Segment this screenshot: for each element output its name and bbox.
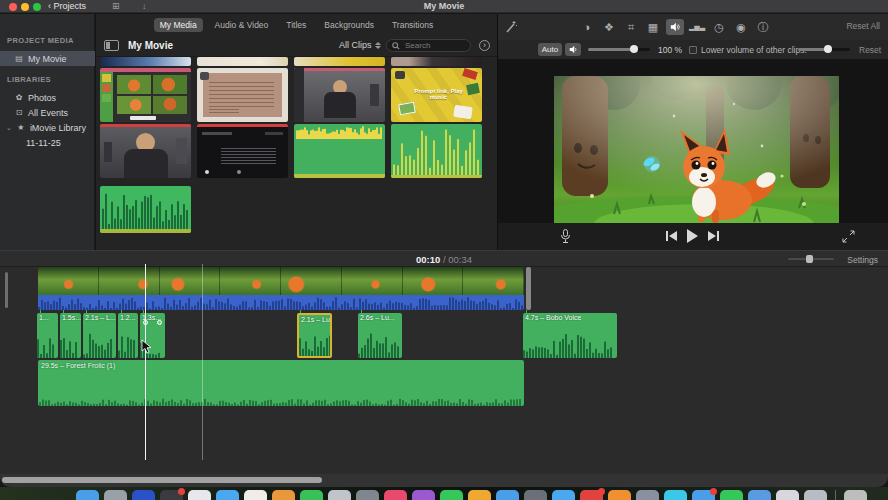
timeline-vertical-scrollbar[interactable]: [5, 272, 8, 308]
audio-clip-1-2[interactable]: 1.2...: [118, 313, 138, 358]
clip-sliver-cream[interactable]: [197, 57, 288, 66]
filmstrip-frame: [281, 267, 342, 295]
dock-icon-25[interactable]: [748, 490, 771, 500]
previous-frame-button[interactable]: [666, 231, 677, 241]
dock-icon-15[interactable]: [468, 490, 491, 500]
dock-icon-19[interactable]: [580, 490, 603, 500]
ducking-slider[interactable]: [798, 48, 850, 51]
search-input[interactable]: [403, 40, 465, 51]
sidebar-item-imovie-library[interactable]: ⌄★iMovie Library: [0, 120, 95, 135]
video-clip-filmstrip[interactable]: [38, 267, 524, 295]
clip-webcam-wide[interactable]: [294, 68, 385, 122]
music-clip-forest-frolic[interactable]: 29.5s – Forest Frolic (1): [38, 360, 524, 406]
reset-all-button[interactable]: Reset All: [846, 21, 880, 31]
dock-icon-3[interactable]: [132, 490, 155, 500]
hide-browser-icon[interactable]: ›: [479, 40, 490, 51]
filmstrip-frame: [160, 267, 221, 295]
auto-volume-button[interactable]: Auto: [538, 43, 562, 56]
clip-filter-icon[interactable]: ◉: [732, 19, 750, 35]
audio-clip-4-7s-bobo-voice[interactable]: 4.7s – Bobo Voice: [523, 313, 617, 358]
color-correction-icon[interactable]: ❖: [600, 19, 618, 35]
video-clip-audio-waveform[interactable]: [38, 295, 524, 310]
enhance-wand-icon[interactable]: [504, 19, 518, 35]
clip-trim-handle[interactable]: [526, 267, 531, 310]
dock-icon-2[interactable]: [104, 490, 127, 500]
clip-sliver-blue[interactable]: [100, 57, 191, 66]
dock-icon-14[interactable]: [440, 490, 463, 500]
dock-icon-18[interactable]: [552, 490, 575, 500]
dock-icon-13[interactable]: [412, 490, 435, 500]
clip-audio-yellow[interactable]: [294, 124, 385, 178]
audio-clip-2-1s-lu[interactable]: 2.1s – Lu...: [297, 313, 332, 358]
dock-icon-24[interactable]: [720, 490, 743, 500]
dock-icon-27[interactable]: [804, 490, 827, 500]
clip-sliver-dark[interactable]: [391, 57, 482, 66]
volume-icon[interactable]: [666, 19, 684, 35]
playhead[interactable]: [145, 264, 146, 460]
sidebar-item-11-11-25[interactable]: 11-11-25: [0, 135, 95, 150]
tab-my-media[interactable]: My Media: [154, 18, 203, 32]
audio-clip-2-1s-l[interactable]: 2.1s – L...: [83, 313, 116, 358]
crop-icon[interactable]: ⌗: [622, 19, 640, 35]
sidebar-toggle-icon[interactable]: [104, 40, 119, 51]
all-clips-filter[interactable]: All Clips: [339, 40, 381, 50]
reset-button[interactable]: Reset: [859, 45, 881, 55]
info-icon[interactable]: ⓘ: [754, 19, 772, 35]
dock-icon-11[interactable]: [356, 490, 379, 500]
dock-icon-trash[interactable]: [844, 490, 867, 500]
timeline-zoom-slider[interactable]: [788, 258, 834, 260]
color-balance-icon[interactable]: ◑: [578, 19, 596, 35]
dock-icon-22[interactable]: [664, 490, 687, 500]
dock-icon-1[interactable]: [76, 490, 99, 500]
audio-clip-2-6s-lu[interactable]: 2.6s – Lu...: [358, 313, 402, 358]
clip-fox-grid[interactable]: [100, 68, 191, 122]
clip-audio-green[interactable]: [100, 186, 191, 233]
clip-document[interactable]: [197, 68, 288, 122]
tab-audio-video[interactable]: Audio & Video: [209, 18, 275, 32]
mute-button[interactable]: [565, 43, 581, 56]
timeline-horizontal-scrollbar[interactable]: [0, 474, 888, 487]
lower-volume-checkbox[interactable]: [689, 46, 697, 54]
dock-icon-20[interactable]: [608, 490, 631, 500]
dock-icon-12[interactable]: [384, 490, 407, 500]
sidebar-item-photos[interactable]: ✿Photos: [0, 90, 95, 105]
dock-icon-4[interactable]: [160, 490, 183, 500]
notification-badge: [710, 488, 717, 495]
dock-icon-6[interactable]: [216, 490, 239, 500]
scrollbar-thumb[interactable]: [2, 477, 322, 483]
volume-slider[interactable]: [588, 48, 650, 51]
speed-icon[interactable]: ◷: [710, 19, 728, 35]
dock-icon-8[interactable]: [272, 490, 295, 500]
fullscreen-icon[interactable]: [842, 230, 855, 243]
audio-clip-1-5s[interactable]: 1.5s...: [60, 313, 81, 358]
tab-backgrounds[interactable]: Backgrounds: [318, 18, 380, 32]
clip-yellow-card[interactable]: Prompt link, Play music: [391, 68, 482, 122]
next-frame-button[interactable]: [708, 231, 719, 241]
dock-icon-7[interactable]: [244, 490, 267, 500]
audio-clip-1[interactable]: 1...: [37, 313, 58, 358]
clip-sliver-yellow[interactable]: [294, 57, 385, 66]
clip-webcam-close[interactable]: [100, 124, 191, 178]
dock-icon-23[interactable]: [692, 490, 715, 500]
dock-icon-5[interactable]: [188, 490, 211, 500]
timeline-settings-button[interactable]: Settings: [847, 255, 878, 265]
search-field[interactable]: [386, 39, 471, 52]
clip-audio-spikes[interactable]: [391, 124, 482, 178]
notification-badge: [598, 488, 605, 495]
tab-transitions[interactable]: Transitions: [386, 18, 439, 32]
dock-icon-21[interactable]: [636, 490, 659, 500]
dock-icon-9[interactable]: [300, 490, 323, 500]
clip-terminal[interactable]: [197, 124, 288, 178]
sidebar-item-my-movie[interactable]: ▤My Movie: [0, 51, 95, 66]
sidebar-item-all-events[interactable]: ⊡All Events: [0, 105, 95, 120]
stabilization-icon[interactable]: ▦: [644, 19, 662, 35]
dock-icon-17[interactable]: [524, 490, 547, 500]
dock-icon-26[interactable]: [776, 490, 799, 500]
dock-icon-16[interactable]: [496, 490, 519, 500]
dock-icon-10[interactable]: [328, 490, 351, 500]
fade-handle[interactable]: [157, 320, 162, 325]
tab-titles[interactable]: Titles: [280, 18, 312, 32]
record-voiceover-mic-icon[interactable]: [560, 229, 571, 244]
play-button[interactable]: [687, 229, 698, 243]
noise-reduction-icon[interactable]: ▂▅▃: [688, 19, 706, 35]
